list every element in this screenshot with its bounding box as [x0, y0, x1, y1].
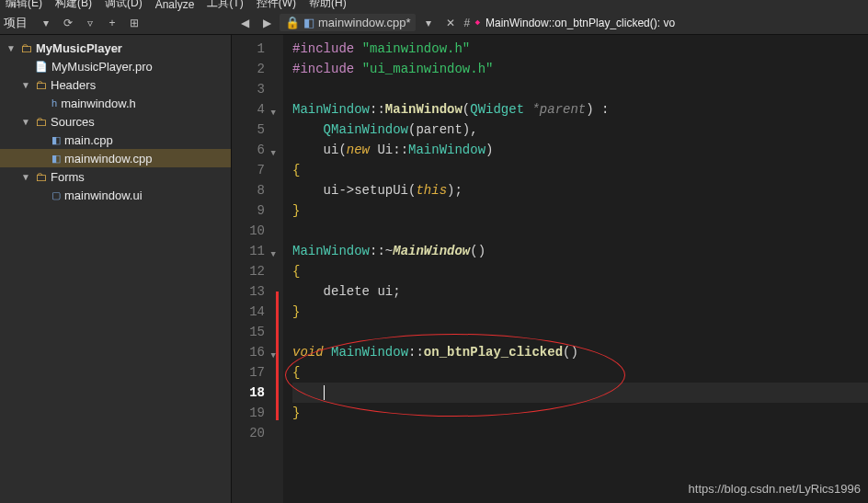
nav-forward-icon[interactable]: ▶ — [257, 14, 276, 32]
sidebar-title: 项目 — [4, 15, 28, 31]
menu-bar: 编辑(E) 构建(B) 调试(D) Analyze 工具(T) 控件(W) 帮助… — [0, 0, 868, 11]
expand-icon[interactable]: ▼ — [20, 117, 31, 127]
line-gutter: 1 2 3 4▼ 5 6▼ 7 8 9 10 11▼ 12 13 14 15 1… — [232, 35, 283, 503]
code-area[interactable]: #include "mainwindow.h" #include "ui_mai… — [283, 35, 868, 503]
tree-sources-folder[interactable]: ▼ 🗀 Sources — [0, 112, 231, 131]
menu-tools[interactable]: 工具(T) — [207, 0, 243, 11]
tab-close-icon[interactable]: ✕ — [441, 14, 460, 32]
ui-file-icon: ▢ — [51, 189, 61, 201]
menu-debug[interactable]: 调试(D) — [105, 0, 143, 11]
folder-icon: 🗀 — [35, 115, 47, 129]
file-tab[interactable]: 🔒 ◧ mainwindow.cpp* — [280, 14, 416, 31]
nav-back-icon[interactable]: ◀ — [235, 14, 254, 32]
menu-help[interactable]: 帮助(H) — [309, 0, 347, 11]
filter-icon[interactable]: ▿ — [81, 14, 99, 32]
add-icon[interactable]: + — [103, 14, 121, 32]
annotation-vertical-line — [276, 292, 279, 420]
menu-analyze[interactable]: Analyze — [155, 0, 195, 11]
tree-project[interactable]: ▼ 🗀 MyMusicPlayer — [0, 39, 231, 57]
tree-source-mainwindow[interactable]: ◧ mainwindow.cpp — [0, 149, 231, 167]
lock-icon: 🔒 — [285, 16, 300, 29]
folder-icon: 🗀 — [35, 78, 47, 92]
breadcrumb[interactable]: # ■ MainWindow::on_btnPlay_clicked(): vo — [463, 17, 675, 29]
split-icon[interactable]: ⊞ — [125, 14, 143, 32]
tree-pro-file[interactable]: 📄 MyMusicPlayer.pro — [0, 57, 231, 75]
diamond-icon: ■ — [474, 18, 483, 28]
project-icon: 🗀 — [20, 41, 32, 55]
tree-form-file[interactable]: ▢ mainwindow.ui — [0, 186, 231, 204]
tree-headers-folder[interactable]: ▼ 🗀 Headers — [0, 75, 231, 94]
cpp-file-icon: ◧ — [303, 16, 314, 29]
cpp-file-icon: ◧ — [51, 134, 61, 146]
folder-icon: 🗀 — [35, 170, 47, 184]
breadcrumb-function: MainWindow::on_btnPlay_clicked(): vo — [485, 17, 675, 29]
expand-icon[interactable]: ▼ — [20, 80, 31, 90]
tree-header-file[interactable]: h mainwindow.h — [0, 94, 231, 112]
cpp-file-icon: ◧ — [51, 153, 61, 165]
toolbar: 项目 ▾ ⟳ ▿ + ⊞ ◀ ▶ 🔒 ◧ mainwindow.cpp* ▾ ✕… — [0, 11, 868, 35]
h-file-icon: h — [51, 97, 57, 109]
dropdown-icon[interactable]: ▾ — [37, 14, 55, 32]
tab-filename: mainwindow.cpp* — [318, 16, 410, 29]
tree-forms-folder[interactable]: ▼ 🗀 Forms — [0, 167, 231, 186]
code-editor[interactable]: 1 2 3 4▼ 5 6▼ 7 8 9 10 11▼ 12 13 14 15 1… — [232, 35, 868, 503]
sync-icon[interactable]: ⟳ — [59, 14, 77, 32]
menu-build[interactable]: 构建(B) — [55, 0, 92, 11]
expand-icon[interactable]: ▼ — [6, 43, 17, 53]
annotation-circle — [285, 334, 625, 417]
tree-source-main[interactable]: ◧ main.cpp — [0, 131, 231, 149]
workspace: ▼ 🗀 MyMusicPlayer 📄 MyMusicPlayer.pro ▼ … — [0, 35, 868, 503]
watermark: https://blog.csdn.net/LyRics1996 — [689, 482, 861, 496]
menu-edit[interactable]: 编辑(E) — [6, 0, 42, 11]
project-tree: ▼ 🗀 MyMusicPlayer 📄 MyMusicPlayer.pro ▼ … — [0, 35, 232, 503]
breadcrumb-sep: # — [463, 17, 470, 29]
file-icon: 📄 — [35, 61, 48, 73]
menu-widgets[interactable]: 控件(W) — [257, 0, 296, 11]
expand-icon[interactable]: ▼ — [20, 172, 31, 182]
tab-dropdown-icon[interactable]: ▾ — [419, 14, 438, 32]
